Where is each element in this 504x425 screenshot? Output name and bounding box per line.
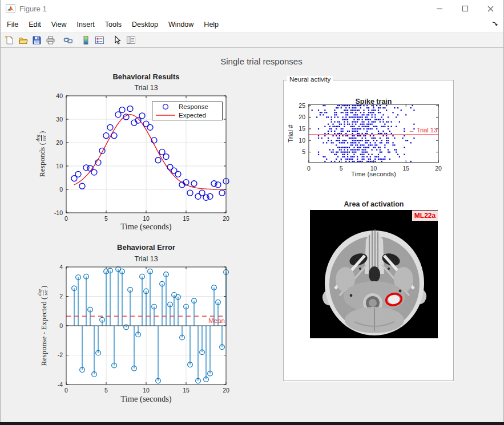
dock-figure-button[interactable]: [491, 21, 499, 29]
window-controls: [426, 0, 503, 17]
matlab-logo-icon: [6, 4, 15, 13]
menu-desktop[interactable]: Desktop: [127, 18, 163, 31]
toolbar: [1, 33, 503, 48]
legend-entry-response: Response: [152, 103, 222, 111]
printer-icon: [46, 35, 55, 45]
menu-bar: File Edit View Insert Tools Desktop Wind…: [1, 17, 503, 33]
neural-activity-panel-label: Neural activity: [287, 76, 333, 83]
deg-per-sec-fraction: degsec: [38, 289, 49, 296]
maximize-icon: [462, 5, 469, 12]
behavioral-results-subtitle: Trial 13: [66, 84, 226, 92]
mean-line-label: Mean: [189, 317, 225, 324]
legend-icon: [95, 35, 104, 45]
menu-edit[interactable]: Edit: [23, 18, 46, 31]
pointer-icon: [112, 35, 122, 45]
open-file-button[interactable]: [16, 33, 30, 47]
spike-train-ylabel: Trial #: [286, 116, 295, 151]
behavioral-results-xlabel: Time (seconds): [66, 222, 226, 232]
expected-line-swatch: [152, 112, 179, 119]
deg-per-sec-fraction: degsec: [36, 135, 47, 141]
window-title: Figure 1: [19, 5, 47, 13]
menu-window[interactable]: Window: [163, 18, 199, 31]
menu-file[interactable]: File: [2, 18, 23, 31]
new-figure-icon: [5, 35, 14, 45]
minimize-icon: [436, 5, 443, 12]
menu-view[interactable]: View: [46, 18, 72, 31]
insert-colorbar-button[interactable]: [79, 33, 92, 47]
close-icon: [487, 5, 494, 13]
behavioral-error-title: Behavioral Error: [66, 243, 226, 252]
spike-train-title: Spike train: [309, 98, 438, 106]
title-bar: Figure 1: [1, 0, 503, 17]
toolbar-separator: [59, 35, 59, 46]
toolbar-separator: [108, 35, 108, 46]
ml22a-badge: ML22a: [412, 211, 438, 221]
behavioral-error-xlabel: Time (seconds): [66, 394, 226, 404]
menu-insert[interactable]: Insert: [72, 18, 100, 31]
link-icon: [63, 35, 73, 45]
save-icon: [32, 35, 42, 45]
behavioral-error-ylabel: Response - Expected (degsec): [39, 254, 49, 397]
close-button[interactable]: [478, 0, 503, 17]
save-figure-button[interactable]: [30, 33, 43, 47]
open-folder-icon: [18, 35, 28, 45]
maximize-button[interactable]: [452, 0, 478, 17]
insert-legend-button[interactable]: [92, 33, 106, 47]
new-figure-button[interactable]: [2, 33, 16, 47]
figure-window: Figure 1 File Edit View Insert Tools Des…: [0, 0, 504, 425]
menu-help[interactable]: Help: [199, 18, 224, 31]
area-of-activation-title: Area of activation: [310, 200, 438, 208]
minimize-button[interactable]: [426, 0, 452, 17]
behavioral-results-title: Behavioral Results: [66, 72, 226, 81]
neural-activity-panel: [283, 80, 454, 381]
figure-title: Single trial responses: [147, 56, 376, 66]
legend: Response Expected: [152, 102, 223, 120]
legend-entry-expected: Expected: [152, 111, 222, 120]
behavioral-results-ylabel: Responds (degsec): [37, 97, 47, 211]
behavioral-error-subtitle: Trial 13: [66, 255, 226, 263]
link-plot-button[interactable]: [61, 33, 75, 47]
menu-tools[interactable]: Tools: [100, 18, 127, 31]
property-editor-icon: [126, 35, 136, 45]
property-inspector-button[interactable]: [124, 33, 138, 47]
colorbar-icon: [81, 35, 91, 45]
trial-13-annotation: ← Trial 13: [380, 127, 437, 133]
print-figure-button[interactable]: [43, 33, 57, 47]
toolbar-separator: [76, 35, 77, 46]
spike-train-xlabel: Time (seconds): [309, 171, 438, 177]
edit-plot-button[interactable]: [110, 33, 124, 47]
taskbar-strip: [0, 422, 504, 425]
dock-arrow-icon: [491, 21, 499, 29]
response-marker-swatch: [152, 103, 179, 110]
